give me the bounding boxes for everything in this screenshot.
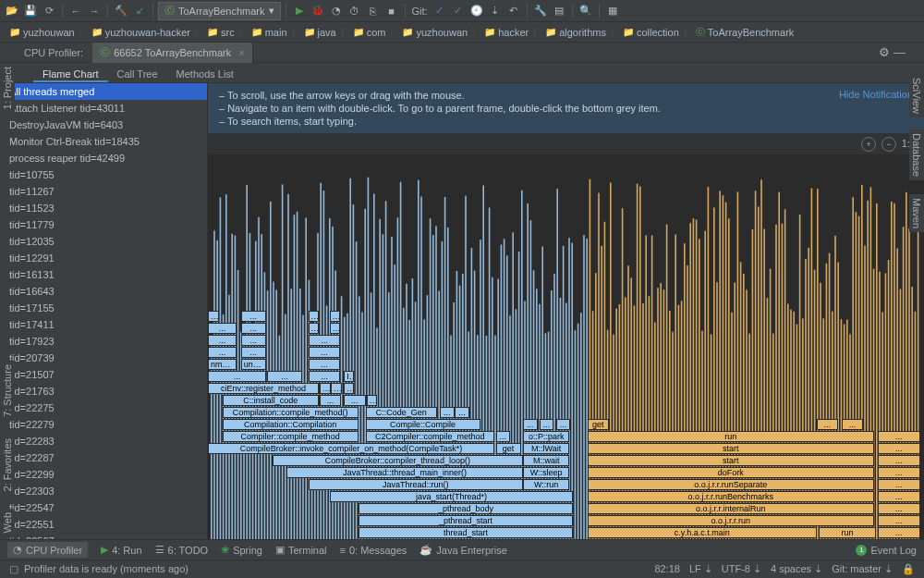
flame-frame[interactable]: ... xyxy=(878,467,921,478)
git-branch[interactable]: Git: master ⇣ xyxy=(832,563,893,575)
line-separator[interactable]: LF ⇣ xyxy=(689,563,712,575)
flame-frame[interactable]: get xyxy=(496,443,521,454)
flame-frame[interactable]: _pthread_start xyxy=(359,515,574,526)
flame-frame[interactable]: o.o.j.r.r.runBenchmarks xyxy=(588,491,874,502)
thread-item[interactable]: tid=11523 xyxy=(0,200,207,216)
breadcrumb-item[interactable]: ⓒToArrayBenchmark xyxy=(692,26,798,39)
thread-item[interactable]: tid=22303 xyxy=(0,483,207,499)
breadcrumb-item[interactable]: 📁com xyxy=(349,27,390,38)
flame-frame[interactable]: ... xyxy=(267,371,303,382)
thread-item[interactable]: tid=11779 xyxy=(0,216,207,233)
indent[interactable]: 4 spaces ⇣ xyxy=(771,563,822,575)
thread-item[interactable]: tid=21507 xyxy=(0,366,207,383)
flame-frame[interactable]: ... xyxy=(878,491,921,502)
windows-icon[interactable]: ▦ xyxy=(604,3,621,19)
thread-list[interactable]: All threads mergedAttach Listener tid=43… xyxy=(0,83,208,539)
forward-icon[interactable]: → xyxy=(86,3,103,19)
flame-frame[interactable]: JavaThread::thread_main_inner() xyxy=(286,467,523,478)
thread-item[interactable]: tid=10755 xyxy=(0,166,207,183)
flame-frame[interactable]: start xyxy=(588,455,874,466)
flame-frame[interactable]: ... xyxy=(241,347,266,358)
thread-item[interactable]: tid=17923 xyxy=(0,333,207,350)
flame-frame[interactable]: ... xyxy=(878,503,921,514)
structure-icon[interactable]: ▤ xyxy=(551,3,567,19)
flame-frame[interactable]: ... xyxy=(842,419,863,430)
flame-frame[interactable]: o::P::park xyxy=(523,431,569,442)
breadcrumb-item[interactable]: 📁algorithms xyxy=(541,27,610,38)
flame-frame[interactable]: Compiler::compile_method xyxy=(223,431,359,442)
thread-item[interactable]: Monitor Ctrl-Break tid=18435 xyxy=(0,133,207,150)
thread-item[interactable]: tid=11267 xyxy=(0,183,207,200)
flame-frame[interactable]: Compilation::compile_method() xyxy=(223,407,359,418)
breadcrumb-item[interactable]: 📁yuzhouwan-hacker xyxy=(88,27,194,38)
flame-frame[interactable]: Compile::Compile xyxy=(366,419,480,430)
thread-item[interactable]: tid=22547 xyxy=(0,499,207,516)
thread-item[interactable]: tid=17155 xyxy=(0,300,207,316)
profile-icon[interactable]: ⏱ xyxy=(346,3,363,19)
breadcrumb-item[interactable]: 📁main xyxy=(248,27,291,38)
save-icon[interactable]: 💾 xyxy=(22,3,39,19)
flame-frame[interactable]: C2Compiler::compile_method xyxy=(366,431,495,442)
thread-item[interactable]: tid=12035 xyxy=(0,233,207,250)
run-icon[interactable]: ▶ xyxy=(291,3,308,19)
flame-frame[interactable]: java_start(Thread*) xyxy=(330,491,574,502)
flame-frame[interactable]: thread_start xyxy=(359,527,574,538)
sub-tab-flame-chart[interactable]: Flame Chart xyxy=(33,66,108,82)
flame-frame[interactable]: _pthread_body xyxy=(359,503,574,514)
flame-frame[interactable]: ... xyxy=(878,431,921,442)
flame-frame[interactable]: ... xyxy=(878,515,921,526)
thread-item[interactable]: tid=12291 xyxy=(0,250,207,266)
flame-frame[interactable]: unpark xyxy=(241,359,266,370)
flame-frame[interactable]: ... xyxy=(330,311,341,322)
back-icon[interactable]: ← xyxy=(67,3,84,19)
flame-frame[interactable]: ... xyxy=(367,395,377,406)
thread-item[interactable]: tid=22567 xyxy=(0,533,207,539)
thread-item[interactable]: tid=22287 xyxy=(0,449,207,466)
flame-chart[interactable]: ........................................… xyxy=(208,155,924,539)
tab-event-log[interactable]: 1 Event Log xyxy=(856,545,917,556)
coverage-icon[interactable]: ◔ xyxy=(328,3,345,19)
flame-frame[interactable]: Compilation::Compilation xyxy=(223,419,359,430)
flame-frame[interactable]: ... xyxy=(309,323,320,334)
flame-frame[interactable]: ... xyxy=(309,335,341,346)
attach-icon[interactable]: ⎘ xyxy=(365,3,382,19)
close-icon[interactable]: × xyxy=(238,47,244,58)
flame-frame[interactable]: ... xyxy=(440,407,455,418)
breadcrumb-item[interactable]: 📁hacker xyxy=(480,27,532,38)
flame-frame[interactable]: ... xyxy=(331,383,342,394)
thread-item[interactable]: tid=16131 xyxy=(0,266,207,283)
flame-frame[interactable]: ... xyxy=(309,311,320,322)
thread-item[interactable]: Attach Listener tid=43011 xyxy=(0,100,207,117)
thread-item[interactable]: DestroyJavaVM tid=6403 xyxy=(0,117,207,133)
flame-frame[interactable]: c.y.h.a.c.t.main xyxy=(588,527,817,538)
side-tab-project[interactable]: 1: Project xyxy=(0,63,15,113)
tab-terminal[interactable]: ▣ Terminal xyxy=(275,544,327,556)
flame-frame[interactable]: ... xyxy=(208,335,237,346)
flame-frame[interactable]: run xyxy=(588,431,874,442)
flame-frame[interactable]: ... xyxy=(241,323,266,334)
flame-frame[interactable]: IR xyxy=(344,371,354,382)
side-tab-favorites[interactable]: 2: Favorites xyxy=(0,435,15,495)
flame-frame[interactable]: C::Code_Gen xyxy=(366,407,438,418)
side-tab-structure[interactable]: 7: Structure xyxy=(0,361,15,421)
vcs-commit-icon[interactable]: ✓ xyxy=(450,3,467,19)
tab-java-enterprise[interactable]: ☕ Java Enterprise xyxy=(419,544,506,556)
make-icon[interactable]: ↙ xyxy=(131,3,148,19)
side-tab-web[interactable]: Web xyxy=(0,509,15,536)
flame-frame[interactable]: o.o.j.r.r.run xyxy=(588,515,874,526)
flame-frame[interactable]: CompileBroker::compiler_thread_loop() xyxy=(273,455,523,466)
vcs-revert-icon[interactable]: ↶ xyxy=(505,3,522,19)
flame-frame[interactable]: ... xyxy=(878,479,921,490)
thread-item[interactable]: tid=21763 xyxy=(0,383,207,400)
vcs-update-icon[interactable]: ✓ xyxy=(432,3,448,19)
flame-frame[interactable]: ... xyxy=(241,335,266,346)
flame-frame[interactable]: doFork xyxy=(588,467,874,478)
lock-icon[interactable]: 🔒 xyxy=(902,563,915,575)
thread-item[interactable]: tid=22551 xyxy=(0,516,207,533)
flame-frame[interactable]: ... xyxy=(208,371,266,382)
sub-tab-methods-list[interactable]: Methods List xyxy=(167,66,243,82)
debug-icon[interactable]: 🐞 xyxy=(310,3,326,19)
thread-item[interactable]: tid=17411 xyxy=(0,316,207,333)
flame-frame[interactable]: M::lWait xyxy=(523,443,569,454)
flame-frame[interactable]: ... xyxy=(320,383,331,394)
